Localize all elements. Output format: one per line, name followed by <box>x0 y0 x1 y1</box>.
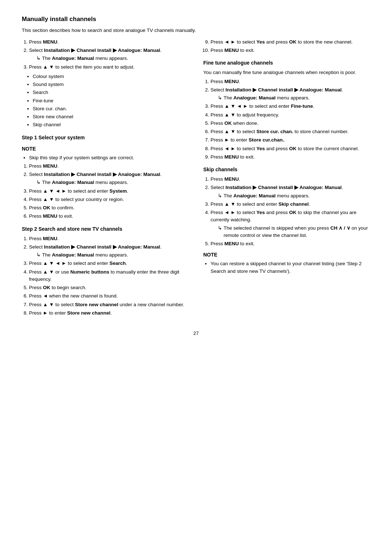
arrow-icon: ↳ <box>218 94 222 102</box>
list-item: Select Installation ▶ Channel install ▶ … <box>211 86 370 102</box>
list-item: Press MENU. <box>211 176 370 183</box>
list-item: Press OK when done. <box>211 120 370 127</box>
list-item: Press ◄ ► to select Yes and press OK to … <box>211 38 370 46</box>
list-item: Press ◄ when the new channel is found. <box>29 292 189 300</box>
list-item: Press ► to enter Store new channel. <box>29 309 189 317</box>
list-item: Sound system <box>33 81 189 88</box>
page-intro: This section describes how to search and… <box>22 27 370 34</box>
step1-note-heading: NOTE <box>22 145 189 153</box>
list-item: Press OK to begin search. <box>29 284 189 291</box>
right-column: Press ◄ ► to select Yes and press OK to … <box>203 38 370 319</box>
list-item: Press ▲ ▼ ◄ ► to select and enter Fine-t… <box>211 103 370 110</box>
list-item: Press ▲ ▼ or use Numeric buttons to manu… <box>29 268 189 283</box>
list-item: Skip this step if your system settings a… <box>29 154 189 161</box>
list-item: Press ◄ ► to select Yes and press OK to … <box>211 209 370 239</box>
continued-steps: Press ◄ ► to select Yes and press OK to … <box>211 38 370 54</box>
left-column: Press MENU. Select Installation ▶ Channe… <box>22 38 189 319</box>
list-item: Press ◄ ► to select Yes and press OK to … <box>211 145 370 152</box>
list-item: Select Installation ▶ Channel install ▶ … <box>29 243 189 259</box>
skip-note-list: You can restore a skipped channel to you… <box>211 260 370 275</box>
skip-channels-steps: Press MENU. Select Installation ▶ Channe… <box>211 176 370 247</box>
skip-channels-heading: Skip channels <box>203 166 370 173</box>
list-item: Press MENU to exit. <box>211 153 370 161</box>
page-number: 27 <box>22 330 370 337</box>
list-item: Press ▲ ▼ to select Store new channel un… <box>29 301 189 308</box>
arrow-icon: ↳ <box>36 55 41 62</box>
fine-tune-steps: Press MENU. Select Installation ▶ Channe… <box>211 78 370 161</box>
list-item: Press MENU to exit. <box>211 47 370 54</box>
indent-note: ↳ The Analogue: Manual menu appears. <box>36 55 189 62</box>
list-item: Press OK to confirm. <box>29 204 189 212</box>
indent-note: ↳ The Analogue: Manual menu appears. <box>36 179 189 186</box>
list-item: Select Installation ▶ Channel install ▶ … <box>29 171 189 186</box>
arrow-icon: ↳ <box>218 192 222 200</box>
indent-note: ↳ The Analogue: Manual menu appears. <box>218 192 370 200</box>
list-item: Press ▲ ▼ ◄ ► to select and enter Search… <box>29 260 189 267</box>
list-item: Select Installation ▶ Channel install ▶ … <box>211 184 370 200</box>
list-item: Fine-tune <box>33 97 189 104</box>
list-item: Press MENU. <box>29 235 189 242</box>
list-item: Press ► to enter Store cur.chan.. <box>211 136 370 144</box>
list-item: Colour system <box>33 73 189 80</box>
list-item: Press MENU to exit. <box>29 213 189 220</box>
list-item: Search <box>33 89 189 96</box>
list-item: Press ▲ ▼ to select and enter Skip chann… <box>211 201 370 208</box>
skip-note-heading: NOTE <box>203 251 370 259</box>
list-item: Press ▲ ▼ to select your country or regi… <box>29 196 189 203</box>
adjustment-list: Colour system Sound system Search Fine-t… <box>33 73 189 129</box>
list-item: Press MENU. <box>29 38 189 46</box>
list-item: Press MENU. <box>211 78 370 85</box>
fine-tune-heading: Fine tune analogue channels <box>203 59 370 67</box>
top-numbered-list: Press MENU. Select Installation ▶ Channe… <box>29 38 189 71</box>
fine-tune-intro: You can manually fine tune analogue chan… <box>203 69 370 76</box>
list-item: Press ▲ ▼ to adjust frequency. <box>211 111 370 119</box>
list-item: Store cur. chan. <box>33 105 189 112</box>
step1-heading: Step 1 Select your system <box>22 134 189 141</box>
list-item: You can restore a skipped channel to you… <box>211 260 370 275</box>
list-item: Press MENU. <box>29 163 189 170</box>
arrow-icon: ↳ <box>36 179 41 186</box>
indent-note: ↳ The Analogue: Manual menu appears. <box>36 251 189 259</box>
step1-note-list: Skip this step if your system settings a… <box>29 154 189 161</box>
arrow-icon: ↳ <box>218 225 222 232</box>
list-item: Press MENU to exit. <box>211 240 370 247</box>
indent-note: ↳ The Analogue: Manual menu appears. <box>218 94 370 102</box>
indent-note: ↳ The selected channel is skipped when y… <box>218 225 370 239</box>
list-item: Select Installation ▶ Channel install ▶ … <box>29 47 189 62</box>
page-title: Manually install channels <box>22 15 370 24</box>
list-item: Press ▲ ▼ to select Store cur. chan. to … <box>211 128 370 135</box>
step2-heading: Step 2 Search and store new TV channels <box>22 225 189 233</box>
arrow-icon: ↳ <box>36 251 41 259</box>
step2-steps: Press MENU. Select Installation ▶ Channe… <box>29 235 189 317</box>
list-item: Store new channel <box>33 113 189 120</box>
list-item: Press ▲ ▼ to select the item you want to… <box>29 63 189 71</box>
list-item: Press ▲ ▼ ◄ ► to select and enter System… <box>29 188 189 195</box>
list-item: Skip channel <box>33 121 189 128</box>
step1-steps: Press MENU. Select Installation ▶ Channe… <box>29 163 189 220</box>
